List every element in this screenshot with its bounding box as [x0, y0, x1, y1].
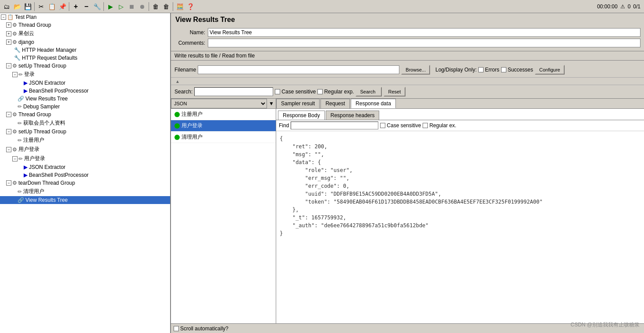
sep3 [103, 2, 104, 11]
find-case-checkbox[interactable] [380, 123, 385, 128]
help-btn[interactable]: ❓ [185, 2, 195, 11]
tree-item-debug[interactable]: ✏ Debug Sampler [0, 103, 170, 111]
tree-item-bean-1[interactable]: ▶ BeanShell PostProcessor [0, 87, 170, 95]
tree-item-teardown[interactable]: − ⚙ tearDown Thread Group [0, 179, 170, 187]
clear-all-btn[interactable]: 🗑 [161, 2, 171, 11]
find-regex-label[interactable]: Regular ex. [423, 122, 456, 129]
collapse-btn[interactable]: − [82, 2, 91, 11]
successes-checkbox-label[interactable]: Successes [501, 67, 533, 73]
expand-teardown[interactable]: − [6, 180, 11, 186]
reset-button[interactable]: Reset [384, 87, 406, 97]
expand-user-login-group[interactable]: − [6, 147, 11, 152]
tree-item-register[interactable]: ✏ 注册用户 [0, 136, 170, 145]
expand-login[interactable]: − [12, 72, 18, 77]
case-sensitive-label[interactable]: Case sensitive [275, 89, 316, 95]
new-btn[interactable]: 🗂 [2, 2, 11, 11]
shutdown-btn[interactable]: ⏺ [137, 2, 147, 11]
tree-item-bean-2[interactable]: ▶ BeanShell PostProcessor [0, 171, 170, 179]
errors-label: Errors [485, 67, 499, 73]
total-count: 0/1 [633, 4, 640, 10]
tree-item-http-header[interactable]: 🔧 HTTP Header Manager [0, 46, 170, 54]
tree-item-json-1[interactable]: ▶ JSON Extractor [0, 79, 170, 87]
tree-item-thread-2[interactable]: − ⚙ Thread Group [0, 111, 170, 118]
errors-checkbox-label[interactable]: Errors [478, 67, 499, 73]
comments-input[interactable] [208, 39, 640, 47]
stop-btn[interactable]: ⏹ [127, 2, 136, 11]
http-defaults-icon: 🔧 [14, 55, 21, 61]
regular-exp-checkbox[interactable] [317, 89, 323, 94]
run-btn[interactable]: ▶ [106, 2, 115, 11]
find-regex-checkbox[interactable] [423, 123, 428, 128]
tree-item-view-1[interactable]: 🔗 View Results Tree [0, 95, 170, 103]
expand-test-plan[interactable]: − [1, 14, 6, 20]
browse-button[interactable]: Browse... [401, 65, 430, 75]
copy-btn[interactable]: 📋 [47, 2, 57, 11]
configure-button[interactable]: Configure [535, 65, 565, 75]
tree-item-view-2[interactable]: 🔗 View Results Tree [0, 196, 170, 204]
tree-label-user-login: 用户登录 [24, 155, 45, 162]
list-item-user-login[interactable]: 用户登录 [171, 120, 276, 132]
paste-btn[interactable]: 📌 [57, 2, 67, 11]
cut-btn[interactable]: ✂ [36, 2, 46, 11]
function-helper-btn[interactable]: 🧮 [175, 2, 185, 11]
find-case-label[interactable]: Case sensitive [380, 122, 421, 129]
tab-response-data[interactable]: Response data [351, 99, 396, 108]
name-input[interactable] [208, 28, 640, 37]
find-input[interactable] [291, 122, 378, 129]
toggle-btn[interactable]: 🔧 [92, 2, 102, 11]
list-item-clean[interactable]: 清理用户 [171, 132, 276, 143]
save-btn[interactable]: 💾 [23, 2, 32, 11]
tree-label-debug: Debug Sampler [23, 104, 60, 110]
tab-request[interactable]: Request [320, 99, 350, 108]
format-dropdown[interactable]: JSON Text HTML [171, 99, 267, 108]
search-button[interactable]: Search [356, 87, 382, 97]
open-btn[interactable]: 📂 [12, 2, 22, 11]
comments-row: Comments: [174, 39, 640, 47]
tree-item-test-plan[interactable]: − 📋 Test Plan [0, 13, 170, 21]
tree-item-http-defaults[interactable]: 🔧 HTTP Request Defaults [0, 54, 170, 62]
tree-item-login[interactable]: − ✏ 登录 [0, 70, 170, 79]
case-sensitive-checkbox[interactable] [275, 89, 280, 94]
file-section-label: Write results to file / Read from file [174, 53, 255, 59]
subtab-response-body[interactable]: Response Body [278, 111, 325, 120]
tree-item-get-member[interactable]: ✏ 获取会员个人资料 [0, 118, 170, 128]
tree-item-json-2[interactable]: ▶ JSON Extractor [0, 163, 170, 171]
toolbar: 🗂 📂 💾 ✂ 📋 📌 + − 🔧 ▶ ▷ ⏹ ⏺ 🗑 🗑 🧮 ❓ [2, 2, 195, 11]
regular-exp-label[interactable]: Regular exp. [317, 89, 354, 95]
expand-setup-2[interactable]: − [6, 129, 11, 134]
run-no-pause-btn[interactable]: ▷ [116, 2, 126, 11]
subtab-response-headers[interactable]: Response headers [326, 111, 380, 120]
clear-btn[interactable]: 🗑 [151, 2, 160, 11]
tree-item-setup-2[interactable]: − ⚙ setUp Thread Group [0, 128, 170, 136]
subtab-headers-label: Response headers [331, 112, 375, 118]
expand-thread-2[interactable]: − [6, 112, 11, 117]
find-regex-text: Regular ex. [429, 122, 456, 129]
arrow-up-icon[interactable]: ▲ [174, 79, 181, 84]
expand-django[interactable]: + [6, 39, 11, 45]
right-panel: View Results Tree Name: Comments: Write … [171, 13, 644, 333]
tree-item-clean-user[interactable]: ✏ 清理用户 [0, 187, 170, 196]
scroll-auto-label[interactable]: Scroll automatically? [174, 326, 228, 332]
tree-label-guocaiyun: 果创云 [18, 30, 34, 37]
scroll-auto-checkbox[interactable] [174, 326, 179, 331]
tree-item-user-login-group[interactable]: − ⚙ 用户登录 [0, 145, 170, 154]
tree-item-django[interactable]: + ⚙ django [0, 38, 170, 46]
dropdown-arrow-icon: ▼ [267, 100, 276, 107]
tree-item-user-login[interactable]: − ✏ 用户登录 [0, 154, 170, 163]
expand-thread-1[interactable]: + [6, 22, 11, 28]
expand-user-login[interactable]: − [12, 156, 18, 161]
filename-input[interactable] [198, 65, 399, 74]
successes-checkbox[interactable] [501, 67, 506, 72]
search-input[interactable] [194, 87, 273, 96]
tree-item-guocaiyun[interactable]: + ⚙ 果创云 [0, 29, 170, 38]
response-body[interactable]: { "ret": 200, "msg": "", "data": { "role… [276, 131, 644, 323]
tree-item-thread-group-1[interactable]: + ⚙ Thread Group [0, 21, 170, 29]
errors-checkbox[interactable] [478, 67, 484, 72]
tab-sampler-result[interactable]: Sampler result [276, 99, 320, 108]
tree-item-setup-thread-1[interactable]: − ⚙ setUp Thread Group [0, 62, 170, 70]
list-item-register[interactable]: 注册用户 [171, 109, 276, 120]
expand-setup-1[interactable]: − [6, 63, 11, 68]
tree-label-bean-1: BeanShell PostProcessor [29, 88, 89, 94]
expand-guocaiyun[interactable]: + [6, 31, 11, 36]
expand-btn[interactable]: + [71, 2, 81, 11]
